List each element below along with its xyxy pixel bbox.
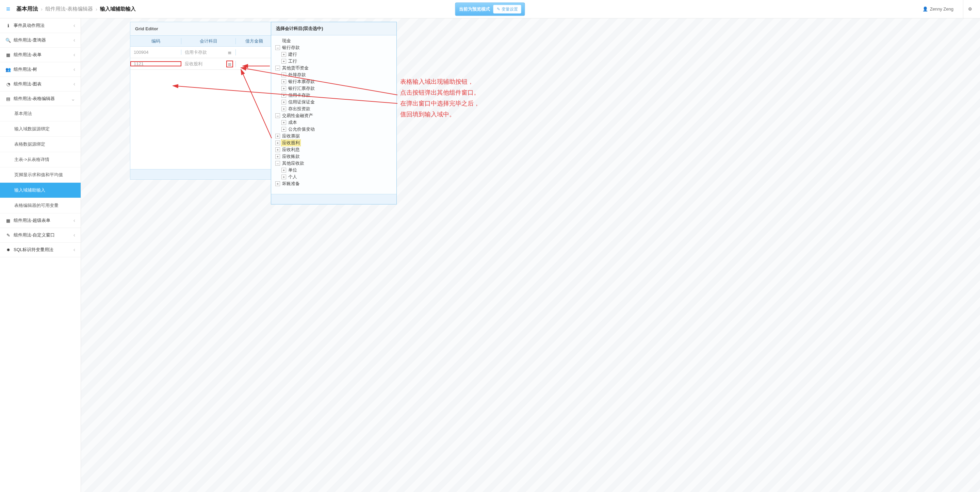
tree-node[interactable]: +应收账款 (272, 153, 395, 160)
tree-toggle-icon[interactable]: + (282, 168, 286, 172)
tree-node[interactable]: +信用证保证金 (272, 99, 395, 105)
tree-toggle-icon[interactable]: + (282, 120, 286, 125)
tree-toggle-icon[interactable]: + (282, 107, 286, 111)
tree-node-label[interactable]: 现金 (282, 38, 292, 44)
grid-row[interactable]: 100904信用卡存款≣ (130, 47, 272, 58)
tree-node-label[interactable]: 建行 (288, 51, 298, 57)
tree-node-label[interactable]: 其他应收款 (282, 160, 305, 166)
tree-node-label[interactable]: 成本 (288, 119, 298, 126)
tree-node-label[interactable]: 个人 (288, 174, 298, 180)
tree-toggle-icon[interactable]: + (282, 79, 286, 84)
sidebar-group-3[interactable]: 👥组件用法-树‹ (0, 62, 81, 77)
sidebar-item-5-1[interactable]: 输入域数据源绑定 (0, 121, 81, 137)
tree-node-label[interactable]: 应收利息 (282, 146, 301, 153)
tree-toggle-icon[interactable]: + (275, 140, 280, 145)
tree-node[interactable]: +应收票据 (272, 133, 395, 140)
grid-editor-panel: Grid Editor 编码 会计科目 借方金额 100904信用卡存款≣112… (130, 22, 273, 180)
tree-node-label[interactable]: 工行 (288, 58, 298, 64)
settings-button[interactable]: ⚙ (963, 0, 977, 18)
sidebar-group-label: 事件及动作用法 (14, 22, 45, 29)
tree-node-label[interactable]: 坏账准备 (282, 181, 301, 187)
sidebar-group-4[interactable]: ◔组件用法-图表‹ (0, 77, 81, 92)
sidebar-group-6[interactable]: ▦组件用法-超级表单‹ (0, 213, 81, 228)
sidebar-group-5[interactable]: ▤组件用法-表格编辑器⌄ (0, 92, 81, 106)
tree-toggle-icon[interactable]: + (282, 127, 286, 132)
breadcrumb-root[interactable]: 基本用法 (16, 5, 38, 13)
tree-node-label[interactable]: 信用证保证金 (288, 99, 315, 105)
user-menu[interactable]: 👤 Zenny Zeng (923, 6, 953, 11)
tree-toggle-icon[interactable]: + (282, 100, 286, 105)
tree-node[interactable]: +个人 (272, 174, 395, 180)
tree-node[interactable]: +信用卡存款 (272, 92, 395, 99)
grid-cell-code[interactable]: 1121 (130, 61, 181, 66)
tree-node[interactable]: –银行存款 (272, 44, 395, 51)
sidebar-item-5-4[interactable]: 页脚显示求和值和平均值 (0, 167, 81, 183)
tree-node-label[interactable]: 单位 (288, 167, 298, 173)
tree-toggle-icon[interactable]: + (282, 72, 286, 77)
tree-node[interactable]: –交易性金融资产 (272, 112, 395, 119)
grid-cell-subject[interactable]: 应收股利≣ (181, 61, 236, 67)
tree-toggle-icon[interactable]: + (282, 86, 286, 91)
tree-node[interactable]: +单位 (272, 167, 395, 174)
sidebar-group-8[interactable]: ✹SQL标识符变量用法‹ (0, 243, 81, 257)
sidebar-item-5-0[interactable]: 基本用法 (0, 106, 81, 121)
tree-node-label[interactable]: 应收股利 (282, 140, 301, 146)
tree-node[interactable]: +应收利息 (272, 146, 395, 153)
tree-node-label[interactable]: 其他货币资金 (282, 65, 309, 71)
tree-node-label[interactable]: 应收账款 (282, 153, 301, 159)
tree-toggle-icon[interactable]: – (275, 113, 280, 118)
tree-node[interactable]: +应收股利 (272, 140, 395, 146)
sidebar-group-1[interactable]: 🔍组件用法-查询器‹ (0, 33, 81, 48)
grid-row[interactable]: 1121应收股利≣ (130, 58, 272, 70)
tree-toggle-icon[interactable]: + (282, 59, 286, 64)
tree-toggle-icon[interactable]: + (275, 147, 280, 152)
tree-toggle-icon[interactable]: + (275, 134, 280, 139)
tree-node[interactable]: –其他应收款 (272, 160, 395, 167)
tree-toggle-icon[interactable]: – (275, 161, 280, 166)
tree-node[interactable]: +坏账准备 (272, 180, 395, 187)
tree-toggle-icon[interactable]: – (275, 45, 280, 50)
tree-node[interactable]: +银行汇票存款 (272, 85, 395, 92)
tree-node-label[interactable]: 外埠存款 (288, 72, 307, 78)
grid-cell-subject[interactable]: 信用卡存款≣ (181, 49, 236, 56)
tree-toggle-icon[interactable]: + (282, 93, 286, 98)
tree-toggle-icon[interactable]: + (282, 52, 286, 57)
grid-cell-code[interactable]: 100904 (130, 50, 181, 55)
sidebar-group-7[interactable]: ✎组件用法-自定义窗口‹ (0, 228, 81, 243)
tree-node-label[interactable]: 存出投资款 (288, 106, 311, 112)
tree-node[interactable]: +建行 (272, 51, 395, 58)
tree-node[interactable]: 现金 (272, 37, 395, 44)
tree-node[interactable]: +外埠存款 (272, 72, 395, 78)
tree-node-label[interactable]: 银行本票存款 (288, 79, 315, 85)
tree-node[interactable]: +公允价值变动 (272, 126, 395, 133)
sidebar-item-5-2[interactable]: 表格数据源绑定 (0, 137, 81, 152)
tree-node-label[interactable]: 银行存款 (282, 45, 301, 51)
tree-node-label[interactable]: 公允价值变动 (288, 126, 315, 132)
sidebar-group-2[interactable]: ▦组件用法-表单‹ (0, 48, 81, 62)
tree-node[interactable]: –其他货币资金 (272, 65, 395, 72)
sidebar-item-5-3[interactable]: 主表->从表格详情 (0, 152, 81, 167)
tree-icon: 👥 (5, 67, 11, 72)
tree-toggle-icon[interactable]: + (275, 154, 280, 159)
tree-node[interactable]: +成本 (272, 119, 395, 126)
tree-node[interactable]: +工行 (272, 58, 395, 65)
subject-helper-button[interactable]: ≣ (227, 49, 233, 56)
tree-node[interactable]: +存出投资款 (272, 105, 395, 112)
sidebar-item-5-6[interactable]: 表格编辑器的可用变量 (0, 198, 81, 213)
breadcrumb-item-1[interactable]: 组件用法-表格编辑器 (45, 6, 93, 12)
tree-node-label[interactable]: 银行汇票存款 (288, 85, 315, 92)
sidebar-group-label: SQL标识符变量用法 (14, 247, 53, 253)
subject-tree[interactable]: 现金–银行存款+建行+工行–其他货币资金+外埠存款+银行本票存款+银行汇票存款+… (271, 35, 396, 194)
tree-toggle-icon[interactable]: + (275, 182, 280, 186)
tree-node-label[interactable]: 应收票据 (282, 133, 301, 139)
tree-node-label[interactable]: 信用卡存款 (288, 92, 311, 98)
variable-settings-button[interactable]: ✎ 变量设置 (493, 5, 521, 13)
tree-node[interactable]: +银行本票存款 (272, 78, 395, 85)
sidebar-item-5-5[interactable]: 输入域辅助输入 (0, 183, 81, 198)
sidebar-group-0[interactable]: ℹ事件及动作用法‹ (0, 18, 81, 33)
menu-toggle-icon[interactable]: ≡ (3, 5, 13, 14)
tree-node-label[interactable]: 交易性金融资产 (282, 113, 314, 119)
subject-helper-button[interactable]: ≣ (227, 61, 233, 67)
tree-toggle-icon[interactable]: + (282, 175, 286, 179)
tree-toggle-icon[interactable]: – (275, 66, 280, 70)
